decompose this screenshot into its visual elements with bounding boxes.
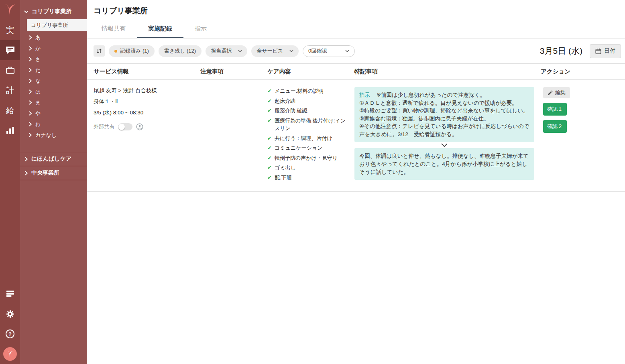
rail-item-jitsu[interactable]: 実 — [0, 20, 20, 40]
rail-item-records-chat-icon[interactable] — [0, 40, 20, 60]
sidebar-item-kana-sa[interactable]: さ — [20, 54, 87, 65]
check-icon: ✔ — [267, 134, 272, 142]
kana-label: わ — [35, 121, 41, 128]
care-item-label: コミュニケーション — [275, 144, 322, 152]
tab-info-sharing[interactable]: 情報共有 — [90, 21, 137, 38]
rail-item-barchart-icon[interactable] — [0, 120, 20, 140]
check-icon: ✔ — [267, 174, 272, 182]
other-offices: にほんばしケア 中央事業所 — [20, 152, 87, 180]
office-sidebar: コリブリ事業所 コリブリ事業所 あ か さ た な — [20, 0, 87, 364]
confirm-count-select[interactable]: 0回確認 — [303, 45, 355, 57]
care-item-label: 共に行う：調理、片付け — [275, 134, 332, 142]
care-content-cell: ✔メニュー.材料の説明 ✔起床介助 ✔服薬介助.確認 ✔医療行為の準備.後片付け… — [267, 87, 354, 183]
office-selector[interactable]: コリブリ事業所 — [20, 6, 87, 19]
service-type: 身体１・Ⅱ — [94, 98, 193, 105]
sort-button[interactable] — [94, 45, 105, 57]
care-item: ✔コミュニケーション — [267, 144, 347, 152]
chevron-right-icon — [29, 68, 32, 72]
chevron-down-icon — [345, 50, 349, 52]
sidebar-item-kana-ta[interactable]: た — [20, 65, 87, 75]
office-selector-label: コリブリ事業所 — [32, 8, 71, 15]
sidebar-item-kana-a[interactable]: あ — [20, 32, 87, 43]
sidebar-item-kana-ma[interactable]: ま — [20, 97, 87, 108]
client-name[interactable]: 尾越 友寿 > 浅野 百合枝様 — [94, 87, 193, 94]
rail-item-briefcase-icon[interactable] — [0, 60, 20, 80]
chevron-right-icon — [29, 57, 32, 61]
chevron-right-icon — [29, 111, 32, 116]
current-date: 3月5日 (水) — [540, 45, 582, 57]
date-picker-button[interactable]: 日付 — [590, 44, 621, 58]
kana-label: た — [35, 67, 41, 74]
bird-logo-icon — [3, 347, 17, 361]
filter-bar: 記録済み (1) 書き残し (12) 担当選択 全サービス 0回確認 3月5日 … — [87, 39, 625, 63]
sidebar-item-kana-na[interactable]: な — [20, 75, 87, 86]
toggle-knob — [118, 124, 125, 130]
office-label: 中央事業所 — [31, 169, 59, 177]
rail-item-kei[interactable]: 計 — [0, 80, 20, 100]
kana-label: や — [35, 110, 41, 117]
question-mark-icon: ? — [6, 329, 14, 338]
edit-button[interactable]: 編集 — [543, 87, 570, 98]
care-item-label: ゴミ出し — [275, 164, 296, 172]
rail-item-help-icon[interactable]: ? — [0, 324, 20, 344]
sidebar-item-kana-ka[interactable]: か — [20, 43, 87, 54]
special-notes-cell: 指示※前回は少し息切れがあったので注意深く。 ①ＡＤＬと意欲：透析で疲れる。目が… — [354, 87, 541, 180]
sidebar-item-selected-office[interactable]: コリブリ事業所 — [27, 19, 87, 31]
care-item: ✔医療行為の準備.後片付け:インスリン — [267, 117, 347, 132]
care-item: ✔ゴミ出し — [267, 164, 347, 172]
pencil-icon — [548, 90, 553, 96]
confirm1-button[interactable]: 確認１ — [543, 103, 567, 116]
instruction-label: 指示 — [359, 92, 370, 98]
col-header-service-info: サービス情報 — [94, 68, 200, 75]
sidebar-item-kana-ya[interactable]: や — [20, 108, 87, 119]
care-item-label: 配.下膳 — [275, 174, 292, 182]
page-header: コリブリ事業所 — [87, 0, 625, 16]
care-item: ✔配.下膳 — [267, 174, 347, 182]
col-header-cautions: 注意事項 — [200, 68, 267, 75]
sidebar-item-nihonbashi-care[interactable]: にほんばしケア — [20, 152, 87, 166]
service-schedule: 3/5 (水) 8:00 ~ 08:30 — [94, 109, 193, 116]
care-item: ✔メニュー.材料の説明 — [267, 87, 347, 95]
expand-notes-chevron[interactable] — [354, 142, 534, 148]
rail-item-gear-icon[interactable] — [0, 304, 20, 324]
chevron-right-icon — [25, 157, 28, 161]
sidebar-item-chuo-office[interactable]: 中央事業所 — [20, 166, 87, 180]
kana-label: か — [35, 45, 41, 52]
person-circle-icon — [136, 123, 143, 130]
kana-label: さ — [35, 56, 41, 63]
sidebar-item-kana-ha[interactable]: は — [20, 86, 87, 97]
external-share-label: 外部共有 — [94, 123, 114, 130]
chevron-down-icon — [289, 50, 293, 52]
staff-select-value: 担当選択 — [211, 47, 232, 55]
care-item-label: メニュー.材料の説明 — [275, 87, 324, 95]
care-item-label: 転倒予防の声かけ・見守り — [275, 154, 338, 162]
kana-label: カナなし — [35, 132, 57, 139]
chevron-right-icon — [29, 46, 32, 51]
chevron-down-icon — [238, 50, 242, 52]
kana-label: は — [35, 88, 41, 96]
external-share-toggle[interactable] — [118, 123, 132, 130]
check-icon: ✔ — [267, 107, 272, 115]
tab-instructions[interactable]: 指示 — [183, 21, 218, 38]
filter-chip-recorded[interactable]: 記録済み (1) — [109, 45, 155, 57]
check-icon: ✔ — [267, 164, 272, 172]
sidebar-item-kana-none[interactable]: カナなし — [20, 130, 87, 140]
chevron-down-icon — [24, 10, 29, 13]
rail-item-list-icon[interactable] — [0, 284, 20, 304]
tab-implementation-records[interactable]: 実施記録 — [137, 21, 183, 38]
check-icon: ✔ — [267, 117, 272, 132]
filter-right-group: 3月5日 (水) 日付 — [540, 44, 621, 58]
edit-button-label: 編集 — [555, 89, 566, 96]
service-select[interactable]: 全サービス — [251, 45, 299, 57]
app-logo-icon — [0, 0, 20, 20]
sidebar-item-kana-wa[interactable]: わ — [20, 119, 87, 130]
confirm2-button[interactable]: 確認２ — [543, 120, 567, 133]
rail-bottom-logo-icon[interactable] — [0, 344, 20, 364]
staff-select[interactable]: 担当選択 — [206, 45, 247, 57]
rail-item-kyu[interactable]: 給 — [0, 100, 20, 120]
kana-index-list: あ か さ た な は ま — [20, 32, 87, 140]
chevron-right-icon — [29, 122, 32, 126]
filter-chip-remaining[interactable]: 書き残し (12) — [159, 45, 202, 57]
instruction-text: ※前回は少し息切れがあったので注意深く。 ①ＡＤＬと意欲：透析で疲れる。目が見え… — [359, 92, 529, 137]
table-row: 尾越 友寿 > 浅野 百合枝様 身体１・Ⅱ 3/5 (水) 8:00 ~ 08:… — [87, 80, 625, 192]
